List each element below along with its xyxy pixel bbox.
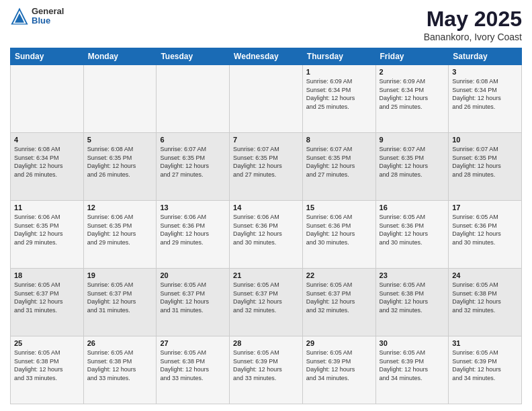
calendar-cell: 17Sunrise: 6:05 AM Sunset: 6:36 PM Dayli… [449,201,522,269]
calendar-cell [83,65,157,133]
title-block: May 2025 Banankoro, Ivory Coast [424,7,522,42]
calendar-cell: 7Sunrise: 6:07 AM Sunset: 6:35 PM Daylig… [230,133,303,201]
calendar-cell: 27Sunrise: 6:05 AM Sunset: 6:38 PM Dayli… [157,336,230,404]
day-number: 15 [306,203,372,212]
day-number: 20 [160,271,226,279]
logo-text: General Blue [32,7,64,26]
day-info: Sunrise: 6:06 AM Sunset: 6:35 PM Dayligh… [14,213,80,246]
day-info: Sunrise: 6:05 AM Sunset: 6:38 PM Dayligh… [452,281,518,314]
calendar-cell: 3Sunrise: 6:08 AM Sunset: 6:34 PM Daylig… [449,65,522,133]
calendar-cell: 15Sunrise: 6:06 AM Sunset: 6:36 PM Dayli… [302,201,375,269]
day-info: Sunrise: 6:05 AM Sunset: 6:38 PM Dayligh… [14,349,80,382]
day-number: 7 [233,136,299,144]
day-info: Sunrise: 6:05 AM Sunset: 6:37 PM Dayligh… [160,281,226,314]
day-info: Sunrise: 6:07 AM Sunset: 6:35 PM Dayligh… [380,145,445,179]
calendar-cell: 16Sunrise: 6:05 AM Sunset: 6:36 PM Dayli… [375,201,449,269]
day-info: Sunrise: 6:07 AM Sunset: 6:35 PM Dayligh… [160,145,226,179]
day-number: 12 [87,203,153,212]
day-info: Sunrise: 6:06 AM Sunset: 6:36 PM Dayligh… [306,213,372,246]
day-number: 31 [452,339,518,347]
calendar-day-header: Monday [83,48,157,65]
calendar-cell [11,65,84,133]
calendar-cell: 12Sunrise: 6:06 AM Sunset: 6:35 PM Dayli… [83,201,157,269]
day-number: 22 [306,271,372,279]
calendar-week-row: 4Sunrise: 6:08 AM Sunset: 6:34 PM Daylig… [11,133,522,201]
day-info: Sunrise: 6:05 AM Sunset: 6:39 PM Dayligh… [306,349,372,382]
day-number: 3 [452,68,518,76]
header: General Blue May 2025 Banankoro, Ivory C… [10,7,522,42]
calendar-table: SundayMondayTuesdayWednesdayThursdayFrid… [10,48,522,404]
day-info: Sunrise: 6:07 AM Sunset: 6:35 PM Dayligh… [233,145,299,179]
calendar-cell: 10Sunrise: 6:07 AM Sunset: 6:35 PM Dayli… [449,133,522,201]
day-number: 8 [306,136,372,144]
calendar-cell: 25Sunrise: 6:05 AM Sunset: 6:38 PM Dayli… [11,336,84,404]
calendar-cell: 11Sunrise: 6:06 AM Sunset: 6:35 PM Dayli… [11,201,84,269]
calendar-cell: 6Sunrise: 6:07 AM Sunset: 6:35 PM Daylig… [157,133,230,201]
calendar-cell: 21Sunrise: 6:05 AM Sunset: 6:37 PM Dayli… [230,269,303,336]
day-info: Sunrise: 6:08 AM Sunset: 6:35 PM Dayligh… [87,145,153,179]
day-info: Sunrise: 6:05 AM Sunset: 6:37 PM Dayligh… [233,281,299,314]
calendar-day-header: Thursday [302,48,375,65]
calendar-cell: 20Sunrise: 6:05 AM Sunset: 6:37 PM Dayli… [157,269,230,336]
calendar-header-row: SundayMondayTuesdayWednesdayThursdayFrid… [11,48,522,65]
calendar-cell: 18Sunrise: 6:05 AM Sunset: 6:37 PM Dayli… [11,269,84,336]
calendar-cell: 8Sunrise: 6:07 AM Sunset: 6:35 PM Daylig… [302,133,375,201]
day-number: 1 [306,68,372,76]
calendar-week-row: 18Sunrise: 6:05 AM Sunset: 6:37 PM Dayli… [11,269,522,336]
calendar-cell: 29Sunrise: 6:05 AM Sunset: 6:39 PM Dayli… [302,336,375,404]
subtitle: Banankoro, Ivory Coast [424,32,522,42]
day-number: 9 [380,136,445,144]
calendar-day-header: Sunday [11,48,84,65]
day-number: 4 [14,136,80,144]
calendar-day-header: Wednesday [230,48,303,65]
calendar-week-row: 11Sunrise: 6:06 AM Sunset: 6:35 PM Dayli… [11,201,522,269]
day-number: 10 [452,136,518,144]
calendar-cell: 22Sunrise: 6:05 AM Sunset: 6:37 PM Dayli… [302,269,375,336]
calendar-cell: 31Sunrise: 6:05 AM Sunset: 6:39 PM Dayli… [449,336,522,404]
calendar-cell: 26Sunrise: 6:05 AM Sunset: 6:38 PM Dayli… [83,336,157,404]
calendar-cell: 9Sunrise: 6:07 AM Sunset: 6:35 PM Daylig… [375,133,449,201]
calendar-cell: 23Sunrise: 6:05 AM Sunset: 6:38 PM Dayli… [375,269,449,336]
day-info: Sunrise: 6:05 AM Sunset: 6:39 PM Dayligh… [233,349,299,382]
calendar-cell [157,65,230,133]
day-info: Sunrise: 6:07 AM Sunset: 6:35 PM Dayligh… [306,145,372,179]
calendar-cell: 14Sunrise: 6:06 AM Sunset: 6:36 PM Dayli… [230,201,303,269]
day-number: 2 [380,68,445,76]
day-info: Sunrise: 6:05 AM Sunset: 6:37 PM Dayligh… [14,281,80,314]
calendar-cell [230,65,303,133]
day-info: Sunrise: 6:05 AM Sunset: 6:39 PM Dayligh… [452,349,518,382]
day-number: 23 [380,271,445,279]
day-info: Sunrise: 6:05 AM Sunset: 6:38 PM Dayligh… [160,349,226,382]
day-info: Sunrise: 6:05 AM Sunset: 6:37 PM Dayligh… [306,281,372,314]
day-info: Sunrise: 6:09 AM Sunset: 6:34 PM Dayligh… [306,77,372,111]
day-info: Sunrise: 6:05 AM Sunset: 6:38 PM Dayligh… [380,281,445,314]
day-info: Sunrise: 6:09 AM Sunset: 6:34 PM Dayligh… [380,77,445,111]
day-number: 16 [380,203,445,212]
calendar-cell: 30Sunrise: 6:05 AM Sunset: 6:39 PM Dayli… [375,336,449,404]
day-info: Sunrise: 6:06 AM Sunset: 6:36 PM Dayligh… [233,213,299,246]
day-info: Sunrise: 6:06 AM Sunset: 6:35 PM Dayligh… [87,213,153,246]
logo-blue-label: Blue [32,16,64,26]
calendar-cell: 1Sunrise: 6:09 AM Sunset: 6:34 PM Daylig… [302,65,375,133]
day-info: Sunrise: 6:05 AM Sunset: 6:37 PM Dayligh… [87,281,153,314]
day-number: 30 [380,339,445,347]
day-info: Sunrise: 6:05 AM Sunset: 6:36 PM Dayligh… [452,213,518,246]
calendar-week-row: 1Sunrise: 6:09 AM Sunset: 6:34 PM Daylig… [11,65,522,133]
day-info: Sunrise: 6:05 AM Sunset: 6:39 PM Dayligh… [380,349,445,382]
day-number: 21 [233,271,299,279]
day-number: 17 [452,203,518,212]
calendar-cell: 13Sunrise: 6:06 AM Sunset: 6:36 PM Dayli… [157,201,230,269]
day-number: 27 [160,339,226,347]
calendar-cell: 4Sunrise: 6:08 AM Sunset: 6:34 PM Daylig… [11,133,84,201]
day-info: Sunrise: 6:08 AM Sunset: 6:34 PM Dayligh… [14,145,80,179]
logo-icon [10,7,29,26]
day-number: 19 [87,271,153,279]
page: General Blue May 2025 Banankoro, Ivory C… [0,0,532,411]
day-number: 29 [306,339,372,347]
day-number: 11 [14,203,80,212]
day-number: 5 [87,136,153,144]
calendar-cell: 2Sunrise: 6:09 AM Sunset: 6:34 PM Daylig… [375,65,449,133]
day-number: 28 [233,339,299,347]
day-info: Sunrise: 6:06 AM Sunset: 6:36 PM Dayligh… [160,213,226,246]
day-number: 26 [87,339,153,347]
